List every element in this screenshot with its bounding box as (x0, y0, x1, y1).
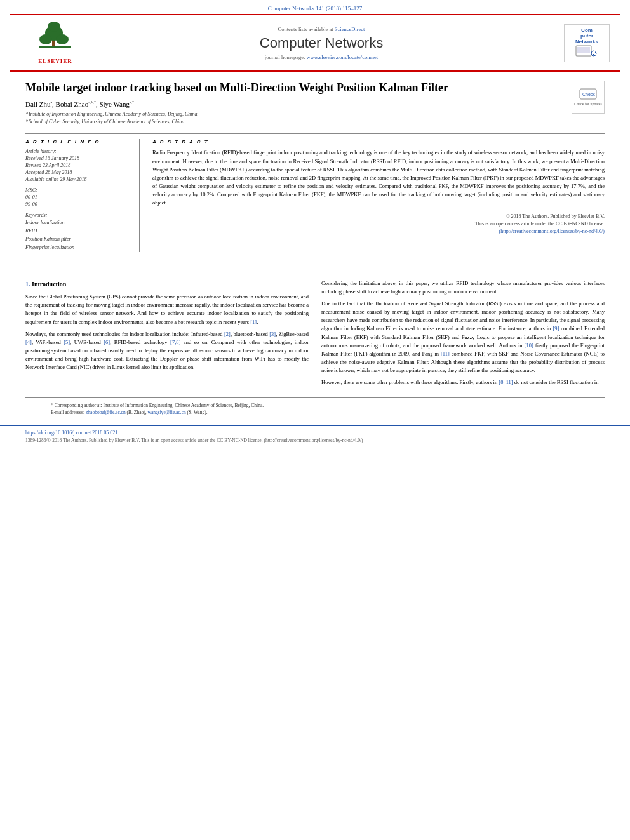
article-title-section: Mobile target indoor tracking based on M… (25, 81, 605, 126)
check-updates-icon: Check (579, 88, 597, 101)
body-col-left: 1. Introduction Since the Global Positio… (25, 279, 309, 391)
svg-point-3 (39, 34, 52, 44)
elsevier-logo-area: ELSEVIER (20, 22, 90, 64)
article-title: Mobile target indoor tracking based on M… (25, 81, 564, 95)
elsevier-wordmark: ELSEVIER (38, 58, 72, 64)
footnote-emails: E-mail addresses: zhaobobai@iie.ac.cn (B… (51, 409, 579, 416)
journal-logo-icon (575, 44, 599, 58)
keyword-4: Fingerprint localization (25, 244, 130, 252)
authors-line: Dali Zhua, Bobai Zhaoa,b,*, Siye Wanga,* (25, 100, 564, 108)
footnote-corresponding: * Corresponding author at: Institute of … (51, 402, 579, 409)
revised-date: Revised 23 April 2018 (25, 163, 130, 168)
elsevier-logo: ELSEVIER (20, 22, 90, 64)
bottom-bar: https://doi.org/10.1016/j.comnet.2018.05… (0, 425, 630, 447)
msc1: 00-01 (25, 194, 130, 200)
svg-point-5 (48, 22, 60, 32)
doi-line: https://doi.org/10.1016/j.comnet.2018.05… (25, 430, 605, 436)
msc2: 99-00 (25, 201, 130, 207)
sciencedirect-link[interactable]: ScienceDirect (335, 26, 365, 32)
email1-link[interactable]: zhaobobai@iie.ac.cn (86, 410, 126, 415)
two-col-section: A R T I C L E I N F O Article history: R… (25, 133, 605, 251)
svg-rect-0 (39, 46, 71, 48)
affiliations: ᵃ Institute of Information Engineering, … (25, 110, 564, 126)
history-label: Article history: (25, 149, 130, 154)
intro-para2: Nowdays, the commonly used technologies … (25, 330, 309, 372)
top-ref-text: Computer Networks 141 (2018) 115–127 (268, 5, 363, 11)
body-col-right: Considering the limitation above, in thi… (321, 279, 605, 391)
intro-heading: 1. Introduction (25, 279, 309, 290)
intro-para4: Due to the fact that the fluctuation of … (321, 300, 605, 375)
keyword-1: Indoor localization (25, 219, 130, 227)
elsevier-tree-icon (33, 22, 77, 57)
journal-logo-box: Com puter Networks (564, 24, 610, 62)
body-columns: 1. Introduction Since the Global Positio… (0, 279, 630, 391)
intro-para5: However, there are some other problems w… (321, 378, 605, 387)
article-info-col: A R T I C L E I N F O Article history: R… (25, 139, 140, 251)
available-date: Available online 29 May 2018 (25, 177, 130, 182)
keyword-3: Position Kalman filter (25, 236, 130, 244)
issn-line: 1389-1286/© 2018 The Authors. Published … (25, 437, 605, 443)
msc-label: MSC: (25, 187, 130, 193)
article-info-label: A R T I C L E I N F O (25, 139, 130, 145)
license-link[interactable]: (http://creativecommons.org/licenses/by-… (499, 229, 605, 234)
keywords-section: Keywords: Indoor localization RFID Posit… (25, 212, 130, 251)
abstract-col: A B S T R A C T Radio Frequency Identifi… (152, 139, 605, 251)
accepted-date: Accepted 28 May 2018 (25, 170, 130, 175)
main-content: Mobile target indoor tracking based on M… (0, 72, 630, 261)
page: Computer Networks 141 (2018) 115–127 ELS… (0, 0, 630, 840)
journal-homepage: journal homepage: www.elsevier.com/locat… (90, 54, 553, 60)
svg-point-8 (591, 51, 596, 56)
svg-text:Check: Check (582, 92, 595, 97)
check-updates-box: Check Check for updates (572, 81, 605, 114)
footnote-area: * Corresponding author at: Institute of … (25, 397, 605, 417)
email2-link[interactable]: wangsiye@iie.ac.cn (148, 410, 186, 415)
intro-para1: Since the Global Positioning System (GPS… (25, 293, 309, 326)
abstract-label: A B S T R A C T (152, 139, 605, 145)
svg-rect-7 (577, 47, 590, 53)
journal-header: ELSEVIER Contents lists available at Sci… (10, 14, 620, 72)
keywords-label: Keywords: (25, 212, 130, 218)
article-title-text: Mobile target indoor tracking based on M… (25, 81, 564, 126)
homepage-url[interactable]: www.elsevier.com/locate/comnet (306, 54, 378, 60)
journal-logo-right: Com puter Networks (553, 24, 610, 62)
received-date: Received 16 January 2018 (25, 156, 130, 161)
svg-point-4 (56, 34, 69, 44)
section-divider (25, 270, 605, 270)
abstract-text: Radio Frequency Identification (RFID)-ba… (152, 149, 605, 207)
abstract-copyright: © 2018 The Authors. Published by Elsevie… (152, 213, 605, 236)
journal-title: Computer Networks (90, 35, 553, 51)
based-word: based (210, 331, 222, 337)
contents-line: Contents lists available at ScienceDirec… (90, 26, 553, 32)
journal-header-center: Contents lists available at ScienceDirec… (90, 26, 553, 60)
msc-section: MSC: 00-01 99-00 (25, 187, 130, 207)
intro-para3: Considering the limitation above, in thi… (321, 279, 605, 296)
keyword-2: RFID (25, 227, 130, 236)
journal-top-ref: Computer Networks 141 (2018) 115–127 (0, 0, 630, 14)
doi-link[interactable]: https://doi.org/10.1016/j.comnet.2018.05… (25, 430, 117, 436)
